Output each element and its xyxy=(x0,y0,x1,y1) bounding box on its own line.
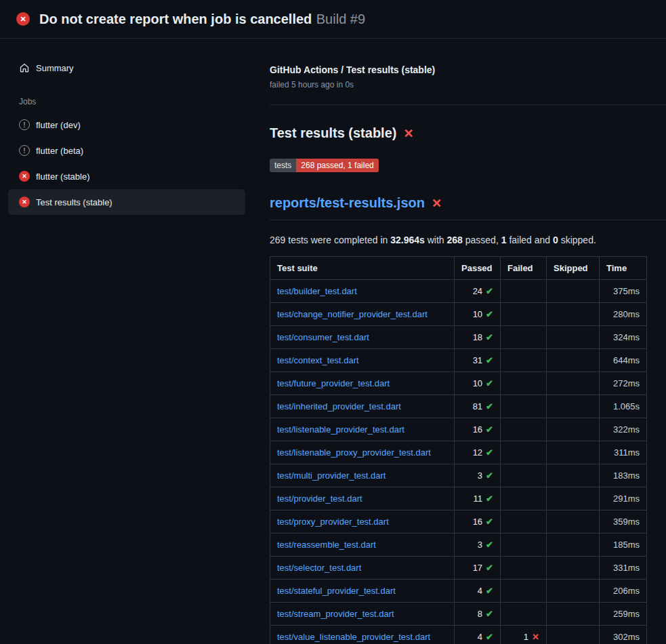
suite-cell: test/listenable_provider_test.dart xyxy=(270,418,455,441)
failed-cell xyxy=(501,326,547,349)
time-cell: 322ms xyxy=(600,418,647,441)
suite-link[interactable]: test/stream_provider_test.dart xyxy=(277,609,394,619)
report-link[interactable]: reports/test-results.json xyxy=(270,195,425,211)
suite-link[interactable]: test/reassemble_test.dart xyxy=(277,540,376,550)
suite-link[interactable]: test/consumer_test.dart xyxy=(277,332,369,342)
x-glyph: ✕ xyxy=(22,199,27,205)
suite-link[interactable]: test/future_provider_test.dart xyxy=(277,378,390,388)
table-row: test/proxy_provider_test.dart 16✔ 359ms xyxy=(270,510,647,534)
time-cell: 331ms xyxy=(600,557,647,580)
failed-count: 1 xyxy=(524,632,528,642)
skipped-cell xyxy=(547,349,600,372)
suite-link[interactable]: test/listenable_provider_test.dart xyxy=(277,424,404,435)
failed-cell xyxy=(501,372,547,395)
check-icon: ✔ xyxy=(486,332,493,342)
failed-cell xyxy=(501,418,547,441)
passed-cell: 31✔ xyxy=(455,349,501,372)
suite-link[interactable]: test/change_notifier_provider_test.dart xyxy=(277,309,428,319)
time-cell: 280ms xyxy=(600,303,647,326)
summary-mid2: passed, xyxy=(463,235,501,245)
failed-cell xyxy=(501,580,547,603)
sidebar-item-summary[interactable]: Summary xyxy=(8,55,245,81)
summary-suffix: skipped. xyxy=(558,235,596,245)
check-icon: ✔ xyxy=(486,632,493,642)
exclamation-glyph: ! xyxy=(23,147,25,155)
sidebar-item-flutter-dev[interactable]: ! flutter (dev) xyxy=(8,112,245,138)
skipped-cell xyxy=(547,487,600,510)
status-line: failed 5 hours ago in 0s xyxy=(270,80,645,89)
time-cell: 183ms xyxy=(600,464,647,487)
summary-failed: 1 xyxy=(501,235,507,245)
time-cell: 206ms xyxy=(600,580,647,603)
passed-cell: 3✔ xyxy=(455,464,501,487)
table-row: test/multi_provider_test.dart 3✔ 183ms xyxy=(270,464,647,487)
page-title: Do not create report when job is cancell… xyxy=(39,12,365,27)
suite-link[interactable]: test/value_listenable_provider_test.dart xyxy=(277,632,430,642)
suite-link[interactable]: test/selector_test.dart xyxy=(277,563,361,573)
skipped-cell xyxy=(547,326,600,349)
sidebar-item-label: flutter (beta) xyxy=(36,146,83,156)
suite-cell: test/listenable_proxy_provider_test.dart xyxy=(270,441,455,464)
sidebar-item-test-results-stable[interactable]: ✕ Test results (stable) xyxy=(8,189,245,215)
passed-count: 81 xyxy=(473,401,482,411)
failed-status-icon: ✕ xyxy=(19,197,30,207)
suite-link[interactable]: test/provider_test.dart xyxy=(277,494,362,504)
suite-cell: test/proxy_provider_test.dart xyxy=(270,510,455,534)
report-title-row: reports/test-results.json ✕ xyxy=(270,195,645,211)
breadcrumb: GitHub Actions / Test results (stable) xyxy=(270,64,645,75)
suite-link[interactable]: test/proxy_provider_test.dart xyxy=(277,517,389,527)
check-icon: ✔ xyxy=(486,609,493,619)
sidebar-item-flutter-beta[interactable]: ! flutter (beta) xyxy=(8,138,245,163)
check-icon: ✔ xyxy=(486,540,493,550)
table-row: test/consumer_test.dart 18✔ 324ms xyxy=(270,326,647,349)
passed-cell: 12✔ xyxy=(455,441,501,464)
skipped-cell xyxy=(547,418,600,441)
suite-cell: test/multi_provider_test.dart xyxy=(270,464,455,487)
test-results-table: Test suite Passed Failed Skipped Time te… xyxy=(270,256,647,644)
passed-count: 10 xyxy=(473,378,482,388)
home-icon xyxy=(19,62,30,73)
table-row: test/inherited_provider_test.dart 81✔ 1.… xyxy=(270,395,647,418)
passed-cell: 8✔ xyxy=(455,603,501,626)
table-row: test/provider_test.dart 11✔ 291ms xyxy=(270,487,647,510)
passed-cell: 16✔ xyxy=(455,510,501,534)
suite-cell: test/inherited_provider_test.dart xyxy=(270,395,455,418)
suite-link[interactable]: test/inherited_provider_test.dart xyxy=(277,401,401,411)
passed-count: 16 xyxy=(473,517,482,527)
passed-count: 12 xyxy=(473,447,482,458)
failed-cell xyxy=(501,280,547,303)
time-cell: 272ms xyxy=(600,372,647,395)
time-cell: 359ms xyxy=(600,510,647,534)
passed-count: 17 xyxy=(473,563,482,573)
build-number: Build #9 xyxy=(316,12,365,26)
suite-cell: test/stream_provider_test.dart xyxy=(270,603,455,626)
passed-cell: 16✔ xyxy=(455,418,501,441)
suite-link[interactable]: test/multi_provider_test.dart xyxy=(277,470,386,481)
passed-count: 18 xyxy=(473,332,482,342)
summary-text: 269 tests were completed in 32.964s with… xyxy=(270,235,645,245)
failed-cell xyxy=(501,464,547,487)
suite-link[interactable]: test/context_test.dart xyxy=(277,355,359,365)
skipped-cell xyxy=(547,557,600,580)
table-row: test/selector_test.dart 17✔ 331ms xyxy=(270,557,647,580)
table-row: test/reassemble_test.dart 3✔ 185ms xyxy=(270,534,647,557)
suite-link[interactable]: test/builder_test.dart xyxy=(277,286,357,296)
sidebar: Summary Jobs ! flutter (dev) ! flutter (… xyxy=(0,39,253,644)
passed-cell: 18✔ xyxy=(455,326,501,349)
check-icon: ✔ xyxy=(486,494,493,504)
check-icon: ✔ xyxy=(486,470,493,481)
suite-link[interactable]: test/stateful_provider_test.dart xyxy=(277,586,396,596)
failed-cell xyxy=(501,395,547,418)
failed-x-icon: ✕ xyxy=(403,127,413,140)
passed-cell: 10✔ xyxy=(455,372,501,395)
column-header-time: Time xyxy=(600,257,647,280)
table-row: test/builder_test.dart 24✔ 375ms xyxy=(270,280,647,303)
section-title: Test results (stable) xyxy=(270,125,396,141)
skipped-cell xyxy=(547,303,600,326)
passed-count: 24 xyxy=(473,286,482,296)
suite-link[interactable]: test/listenable_proxy_provider_test.dart xyxy=(277,447,431,458)
passed-cell: 24✔ xyxy=(455,280,501,303)
column-header-passed: Passed xyxy=(455,257,501,280)
passed-cell: 4✔ xyxy=(455,626,501,644)
sidebar-item-flutter-stable[interactable]: ✕ flutter (stable) xyxy=(8,163,245,189)
